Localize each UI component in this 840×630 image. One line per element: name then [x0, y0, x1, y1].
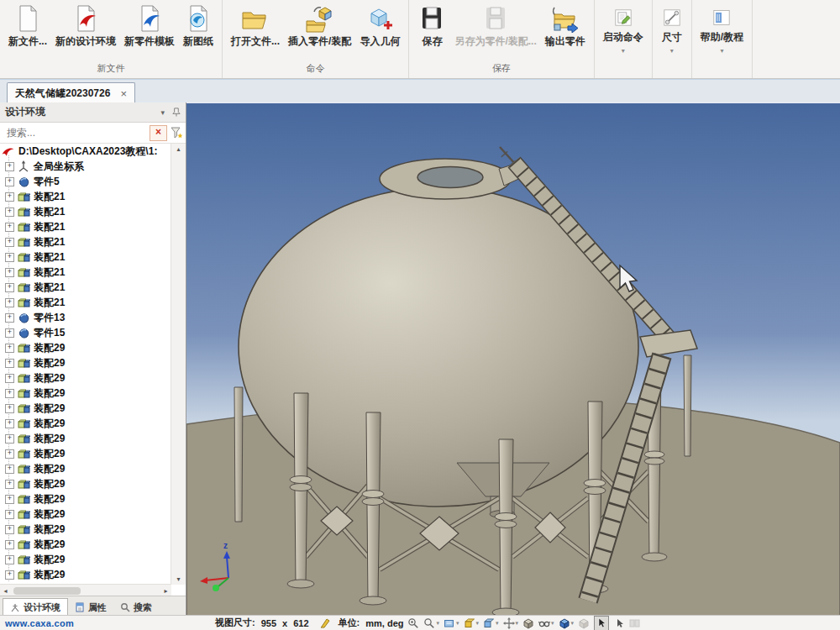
help-tutorial-button[interactable]: 帮助/教程▾ — [696, 4, 748, 55]
expand-icon[interactable]: + — [5, 449, 14, 459]
expand-icon[interactable]: + — [5, 510, 14, 519]
new-design-environment-button[interactable]: 新的设计环境 — [51, 2, 120, 49]
new-file-button[interactable]: 新文件... — [4, 2, 51, 49]
tree-item[interactable]: +装配29 — [0, 401, 171, 416]
scroll-down-icon[interactable]: ▾ — [176, 575, 180, 583]
zoom-window-icon[interactable]: ▾ — [423, 617, 439, 629]
expand-icon[interactable]: + — [5, 389, 14, 398]
tree-item[interactable]: +装配29 — [0, 446, 171, 461]
save-as-part-assembly-button[interactable]: 另存为零件/装配... — [450, 2, 540, 49]
expand-icon[interactable]: + — [5, 313, 14, 323]
tree-item[interactable]: +装配21 — [0, 249, 171, 265]
expand-icon[interactable]: + — [5, 570, 14, 580]
pan-view-icon[interactable]: ▾ — [444, 617, 459, 629]
tree-root-item[interactable]: D:\Desktop\CAXA2023教程\1: — [0, 144, 171, 159]
select-cursor-icon[interactable] — [594, 616, 609, 630]
tree-item[interactable]: +装配29 — [0, 567, 171, 582]
panel-tab-design-env[interactable]: 设计环境 — [3, 598, 68, 616]
tree-item[interactable]: +装配21 — [0, 234, 171, 249]
panel-tab-properties[interactable]: 属性 — [68, 599, 113, 616]
shaded-cube-icon[interactable] — [522, 617, 534, 629]
measure-icon[interactable] — [629, 617, 641, 629]
tree-item[interactable]: +装配21 — [0, 219, 171, 234]
expand-icon[interactable]: + — [5, 480, 14, 489]
tree-item[interactable]: +装配29 — [0, 370, 171, 386]
expand-icon[interactable]: + — [5, 359, 14, 368]
scroll-right-icon[interactable]: ▸ — [160, 587, 171, 595]
filter-icon[interactable] — [170, 126, 184, 140]
close-icon[interactable]: × — [120, 87, 127, 100]
tree-item[interactable]: +装配29 — [0, 355, 171, 370]
tree-item[interactable]: +装配21 — [0, 189, 171, 204]
chevron-down-icon[interactable]: ▾ — [160, 108, 165, 117]
scroll-up-icon[interactable]: ▴ — [176, 145, 180, 153]
ghost-cube-icon[interactable] — [578, 617, 590, 629]
search-input[interactable] — [5, 126, 150, 139]
tree-item[interactable]: +装配29 — [0, 386, 171, 401]
expand-icon[interactable]: + — [5, 495, 14, 504]
tree-item[interactable]: +装配29 — [0, 522, 171, 537]
expand-icon[interactable]: + — [5, 555, 14, 564]
annotate-icon[interactable] — [319, 617, 330, 628]
tree-item[interactable]: +装配29 — [0, 476, 171, 491]
tree-item[interactable]: +零件5 — [0, 174, 171, 189]
viewport-3d[interactable]: z — [186, 102, 840, 616]
new-drawing-button[interactable]: 新图纸 — [179, 2, 218, 49]
open-file-button[interactable]: 打开文件... — [227, 2, 284, 49]
caxa-website-link[interactable]: www.caxa.com — [5, 618, 74, 628]
tree-horizontal-scrollbar[interactable]: ◂ ▸ — [0, 584, 171, 596]
expand-icon[interactable]: + — [5, 419, 14, 428]
tree-item[interactable]: +全局坐标系 — [0, 159, 171, 174]
tree-item[interactable]: +装配29 — [0, 431, 171, 446]
perspective-view-icon[interactable]: ▾ — [538, 617, 554, 629]
expand-icon[interactable]: + — [5, 540, 14, 549]
expand-icon[interactable]: + — [5, 344, 14, 353]
expand-icon[interactable]: + — [5, 268, 14, 277]
expand-icon[interactable]: + — [5, 328, 14, 338]
expand-icon[interactable]: + — [5, 162, 14, 171]
expand-icon[interactable]: + — [5, 283, 14, 292]
expand-icon[interactable]: + — [5, 253, 14, 262]
tree-item[interactable]: +装配21 — [0, 265, 171, 280]
expand-icon[interactable]: + — [5, 223, 14, 232]
tree-item[interactable]: +装配29 — [0, 416, 171, 431]
launch-command-button[interactable]: 启动命令▾ — [599, 4, 648, 55]
panel-tab-search[interactable]: 搜索 — [113, 599, 159, 616]
tree-item[interactable]: +装配29 — [0, 491, 171, 507]
expand-icon[interactable]: + — [5, 207, 14, 217]
save-button[interactable]: 保存 — [413, 2, 450, 49]
render-style-icon[interactable]: ▾ — [464, 617, 480, 629]
display-mode-icon[interactable]: ▾ — [483, 617, 499, 629]
tree-item[interactable]: +零件13 — [0, 310, 171, 325]
zoom-in-icon[interactable] — [407, 617, 419, 629]
document-tab[interactable]: 天然气储罐20230726 × — [7, 82, 135, 103]
pin-icon[interactable] — [171, 108, 181, 117]
expand-icon[interactable]: + — [5, 192, 14, 202]
move-view-icon[interactable]: ▾ — [503, 617, 519, 629]
expand-icon[interactable]: + — [5, 177, 14, 186]
tree-item[interactable]: +装配21 — [0, 280, 171, 295]
tree-vertical-scrollbar[interactable]: ▴ ▾ — [171, 144, 186, 585]
tree-item[interactable]: +装配29 — [0, 552, 171, 567]
tree-item[interactable]: +装配29 — [0, 340, 171, 355]
insert-part-assembly-button[interactable]: 插入零件/装配 — [284, 2, 355, 49]
tree-item[interactable]: +装配29 — [0, 461, 171, 476]
expand-icon[interactable]: + — [5, 465, 14, 474]
import-geometry-button[interactable]: 导入几何 — [355, 2, 404, 49]
expand-icon[interactable]: + — [5, 298, 14, 307]
tree-item[interactable]: +装配21 — [0, 295, 171, 310]
new-part-template-button[interactable]: 新零件模板 — [120, 2, 179, 49]
tree-item[interactable]: +装配29 — [0, 507, 171, 522]
tree-item[interactable]: +零件15 — [0, 325, 171, 340]
expand-icon[interactable]: + — [5, 238, 14, 247]
export-part-button[interactable]: 输出零件 — [541, 2, 590, 49]
expand-icon[interactable]: + — [5, 374, 14, 383]
expand-icon[interactable]: + — [5, 525, 14, 534]
tree-item[interactable]: +装配21 — [0, 204, 171, 219]
clear-search-button[interactable]: × — [150, 125, 167, 141]
tree-item[interactable]: +装配29 — [0, 537, 171, 552]
scrollbar-thumb[interactable] — [13, 587, 81, 595]
cursor-icon[interactable] — [613, 617, 625, 629]
expand-icon[interactable]: + — [5, 434, 14, 444]
view-cube-icon[interactable]: ▾ — [559, 617, 575, 629]
